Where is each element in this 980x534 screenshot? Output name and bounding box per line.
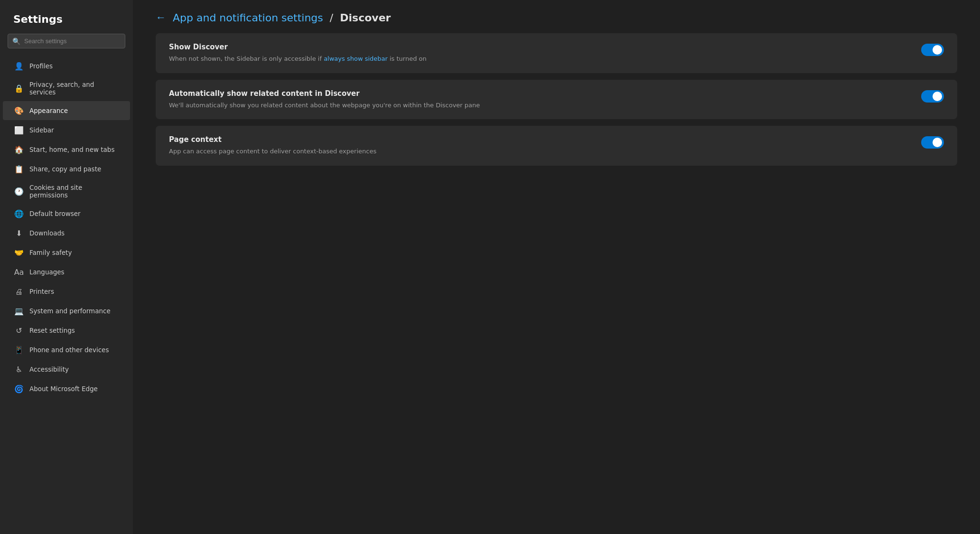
toggle-slider-auto-related: [921, 90, 944, 103]
sidebar-item-label-system: System and performance: [29, 307, 111, 315]
sidebar-item-profiles[interactable]: 👤 Profiles: [3, 56, 130, 75]
sidebar-item-default-browser[interactable]: 🌐 Default browser: [3, 204, 130, 223]
setting-card-page-context: Page context App can access page content…: [156, 126, 957, 166]
downloads-icon: ⬇: [14, 228, 24, 238]
sidebar-item-appearance[interactable]: 🎨 Appearance: [3, 101, 130, 120]
nav-list: 👤 Profiles 🔒 Privacy, search, and servic…: [0, 54, 133, 401]
sidebar-item-label-about: About Microsoft Edge: [29, 385, 98, 393]
page-header: ← App and notification settings / Discov…: [133, 0, 980, 33]
sidebar-item-privacy[interactable]: 🔒 Privacy, search, and services: [3, 76, 130, 101]
sidebar: Settings 🔍 👤 Profiles 🔒 Privacy, search,…: [0, 0, 133, 534]
back-button[interactable]: ←: [156, 11, 166, 24]
sidebar-item-label-profiles: Profiles: [29, 62, 53, 70]
breadcrumb-separator: /: [330, 12, 333, 24]
sidebar-item-share-copy[interactable]: 📋 Share, copy and paste: [3, 159, 130, 178]
sidebar-item-about[interactable]: 🌀 About Microsoft Edge: [3, 379, 130, 398]
privacy-icon: 🔒: [14, 84, 24, 93]
sidebar-icon: ⬜: [14, 125, 24, 135]
about-icon: 🌀: [14, 384, 24, 393]
setting-row-auto-related: Automatically show related content in Di…: [169, 89, 944, 110]
setting-description-auto-related: We'll automatically show you related con…: [169, 101, 912, 110]
accessibility-icon: ♿: [14, 365, 24, 374]
setting-title-show-discover: Show Discover: [169, 43, 912, 51]
sidebar-item-label-languages: Languages: [29, 268, 65, 276]
setting-info-show-discover: Show Discover When not shown, the Sideba…: [169, 43, 912, 64]
setting-card-show-discover: Show Discover When not shown, the Sideba…: [156, 33, 957, 73]
breadcrumb-link[interactable]: App and notification settings: [173, 12, 323, 24]
main-content: ← App and notification settings / Discov…: [133, 0, 980, 534]
setting-row-show-discover: Show Discover When not shown, the Sideba…: [169, 43, 944, 64]
reset-icon: ↺: [14, 326, 24, 335]
cookies-icon: 🕐: [14, 187, 24, 196]
toggle-auto-related[interactable]: [921, 90, 944, 103]
sidebar-item-printers[interactable]: 🖨 Printers: [3, 282, 130, 301]
printers-icon: 🖨: [14, 287, 24, 296]
family-safety-icon: 🤝: [14, 248, 24, 257]
sidebar-item-cookies[interactable]: 🕐 Cookies and site permissions: [3, 179, 130, 204]
breadcrumb-current: Discover: [340, 12, 391, 24]
sidebar-item-label-family-safety: Family safety: [29, 249, 72, 256]
sidebar-item-label-accessibility: Accessibility: [29, 365, 69, 373]
default-browser-icon: 🌐: [14, 209, 24, 218]
sidebar-item-accessibility[interactable]: ♿ Accessibility: [3, 360, 130, 379]
sidebar-item-phone[interactable]: 📱 Phone and other devices: [3, 340, 130, 359]
sidebar-item-label-reset: Reset settings: [29, 327, 75, 334]
setting-row-page-context: Page context App can access page content…: [169, 135, 944, 156]
sidebar-item-languages[interactable]: Aa Languages: [3, 262, 130, 281]
search-box: 🔍: [8, 34, 125, 48]
sidebar-item-system[interactable]: 💻 System and performance: [3, 301, 130, 320]
setting-link-show-discover[interactable]: always show sidebar: [324, 55, 388, 62]
setting-info-auto-related: Automatically show related content in Di…: [169, 89, 912, 110]
sidebar-item-start-home[interactable]: 🏠 Start, home, and new tabs: [3, 140, 130, 159]
search-input[interactable]: [8, 34, 125, 48]
toggle-slider-page-context: [921, 136, 944, 149]
setting-description-show-discover: When not shown, the Sidebar is only acce…: [169, 54, 912, 64]
sidebar-title: Settings: [0, 0, 133, 34]
setting-card-auto-related: Automatically show related content in Di…: [156, 80, 957, 120]
sidebar-item-label-phone: Phone and other devices: [29, 346, 109, 354]
sidebar-item-label-downloads: Downloads: [29, 229, 65, 237]
toggle-show-discover[interactable]: [921, 44, 944, 56]
sidebar-item-label-share-copy: Share, copy and paste: [29, 165, 101, 173]
sidebar-item-family-safety[interactable]: 🤝 Family safety: [3, 243, 130, 262]
setting-description-page-context: App can access page content to deliver c…: [169, 147, 912, 156]
languages-icon: Aa: [14, 267, 24, 277]
setting-info-page-context: Page context App can access page content…: [169, 135, 912, 156]
sidebar-item-downloads[interactable]: ⬇ Downloads: [3, 224, 130, 243]
profiles-icon: 👤: [14, 61, 24, 71]
setting-desc-after-show-discover: is turned on: [388, 55, 427, 62]
setting-title-page-context: Page context: [169, 135, 912, 144]
settings-list: Show Discover When not shown, the Sideba…: [133, 33, 980, 188]
sidebar-item-label-printers: Printers: [29, 288, 54, 295]
setting-title-auto-related: Automatically show related content in Di…: [169, 89, 912, 98]
setting-desc-page-context: App can access page content to deliver c…: [169, 148, 376, 155]
system-icon: 💻: [14, 306, 24, 316]
phone-icon: 📱: [14, 345, 24, 355]
sidebar-item-label-appearance: Appearance: [29, 107, 68, 114]
sidebar-item-label-default-browser: Default browser: [29, 210, 81, 217]
appearance-icon: 🎨: [14, 106, 24, 115]
start-home-icon: 🏠: [14, 145, 24, 154]
sidebar-item-reset[interactable]: ↺ Reset settings: [3, 321, 130, 340]
sidebar-item-sidebar[interactable]: ⬜ Sidebar: [3, 121, 130, 140]
toggle-slider-show-discover: [921, 44, 944, 56]
setting-desc-auto-related: We'll automatically show you related con…: [169, 102, 480, 109]
sidebar-item-label-privacy: Privacy, search, and services: [29, 81, 121, 96]
share-copy-icon: 📋: [14, 164, 24, 174]
sidebar-item-label-sidebar: Sidebar: [29, 126, 54, 134]
sidebar-item-label-cookies: Cookies and site permissions: [29, 184, 121, 199]
setting-desc-before-show-discover: When not shown, the Sidebar is only acce…: [169, 55, 324, 62]
toggle-page-context[interactable]: [921, 136, 944, 149]
sidebar-item-label-start-home: Start, home, and new tabs: [29, 146, 114, 153]
